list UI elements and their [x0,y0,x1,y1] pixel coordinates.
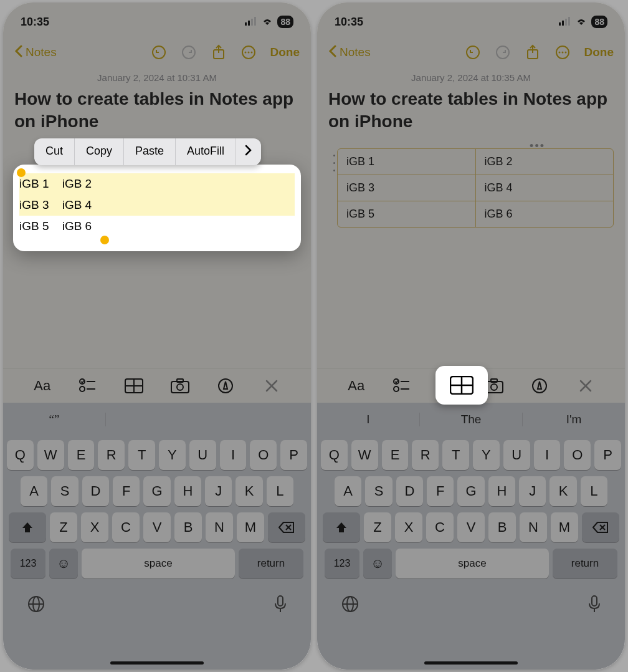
key-t[interactable]: T [128,440,155,470]
text-style-icon[interactable]: Aa [31,375,54,397]
key-e[interactable]: E [382,440,409,470]
key-shift[interactable] [9,512,46,542]
home-indicator[interactable] [424,661,518,665]
done-button[interactable]: Done [270,46,300,59]
back-button[interactable]: Notes [328,45,371,60]
key-y[interactable]: Y [473,440,500,470]
sugg-1[interactable]: I [317,413,420,426]
more-icon[interactable] [554,44,571,60]
markup-icon[interactable] [528,375,551,397]
key-u[interactable]: U [503,440,530,470]
context-copy[interactable]: Copy [75,138,124,165]
table-row-handle[interactable] [331,152,337,175]
redo-icon[interactable] [495,44,511,60]
key-t[interactable]: T [442,440,469,470]
selection-panel[interactable]: iGB 1 iGB 2 iGB 3 iGB 4 iGB 5 iGB 6 [13,165,301,251]
key-z[interactable]: Z [364,512,391,542]
key-g[interactable]: G [457,476,484,506]
selection-handle-end[interactable] [100,236,109,244]
selection-handle-start[interactable] [17,168,26,177]
table-cell[interactable]: iGB 1 [338,149,476,175]
note-title[interactable]: How to create tables in Notes app on iPh… [14,88,300,133]
key-o[interactable]: O [250,440,277,470]
share-icon[interactable] [525,44,541,60]
context-cut[interactable]: Cut [34,138,75,165]
table-row[interactable]: iGB 5 iGB 6 [338,201,613,227]
globe-icon[interactable] [27,595,45,616]
key-m[interactable]: M [237,512,264,542]
close-icon[interactable] [260,375,283,397]
key-j[interactable]: J [205,476,232,506]
key-y[interactable]: Y [159,440,186,470]
key-q[interactable]: Q [7,440,34,470]
key-s[interactable]: S [51,476,78,506]
key-v[interactable]: V [143,512,171,542]
checklist-icon[interactable] [77,375,99,397]
key-r[interactable]: R [412,440,439,470]
key-a[interactable]: A [335,476,361,506]
key-e[interactable]: E [68,440,95,470]
key-n[interactable]: N [520,512,547,542]
key-q[interactable]: Q [321,440,348,470]
key-l[interactable]: L [581,476,607,506]
key-123[interactable]: 123 [325,549,359,578]
sugg-1[interactable]: “” [3,413,106,426]
back-button[interactable]: Notes [14,45,57,60]
mic-icon[interactable] [274,595,287,616]
key-w[interactable]: W [351,440,378,470]
keyboard[interactable]: I The I'm Q W E R T Y U I O P A S D F [317,403,625,670]
key-c[interactable]: C [112,512,140,542]
table-button-highlight[interactable] [435,366,488,405]
table-cell[interactable]: iGB 3 [338,175,476,201]
sugg-2[interactable]: The [420,413,523,426]
key-return[interactable]: return [553,549,617,578]
key-w[interactable]: W [37,440,64,470]
text-row[interactable]: iGB 3 iGB 4 [19,194,295,216]
checklist-icon[interactable] [391,375,413,397]
key-o[interactable]: O [564,440,591,470]
key-return[interactable]: return [239,549,303,578]
key-x[interactable]: X [81,512,108,542]
table-row[interactable]: iGB 1 iGB 2 [338,149,613,175]
table-cell[interactable]: iGB 2 [476,149,614,175]
text-style-icon[interactable]: Aa [345,375,368,397]
undo-icon[interactable] [151,44,167,60]
key-c[interactable]: C [426,512,454,542]
key-p[interactable]: P [594,440,621,470]
key-d[interactable]: D [82,476,109,506]
home-indicator[interactable] [110,661,204,665]
key-j[interactable]: J [519,476,546,506]
text-row[interactable]: iGB 5 iGB 6 [19,216,295,237]
keyboard[interactable]: “” Q W E R T Y U I O P A S D F G [3,403,311,670]
mic-icon[interactable] [588,595,601,616]
key-l[interactable]: L [267,476,293,506]
key-k[interactable]: K [236,476,262,506]
key-s[interactable]: S [365,476,392,506]
key-123[interactable]: 123 [11,549,45,578]
key-emoji[interactable]: ☺ [49,549,78,578]
key-b[interactable]: B [174,512,202,542]
sugg-3[interactable]: I'm [523,413,625,426]
close-icon[interactable] [574,375,597,397]
table-cell[interactable]: iGB 4 [476,175,614,201]
table-row[interactable]: iGB 3 iGB 4 [338,175,613,201]
note-title[interactable]: How to create tables in Notes app on iPh… [328,88,614,133]
context-more-icon[interactable] [236,138,261,165]
notes-table[interactable]: iGB 1 iGB 2 iGB 3 iGB 4 iGB 5 iGB 6 [337,148,614,228]
key-i[interactable]: I [534,440,561,470]
markup-icon[interactable] [214,375,237,397]
key-u[interactable]: U [189,440,216,470]
key-h[interactable]: H [488,476,515,506]
table-icon[interactable] [123,375,145,397]
key-g[interactable]: G [143,476,170,506]
share-icon[interactable] [211,44,227,60]
key-emoji[interactable]: ☺ [363,549,392,578]
context-paste[interactable]: Paste [124,138,176,165]
key-space[interactable]: space [396,549,549,578]
key-p[interactable]: P [280,440,307,470]
more-icon[interactable] [240,44,257,60]
key-backspace[interactable] [582,512,619,542]
key-d[interactable]: D [396,476,423,506]
key-backspace[interactable] [268,512,305,542]
done-button[interactable]: Done [584,46,614,59]
